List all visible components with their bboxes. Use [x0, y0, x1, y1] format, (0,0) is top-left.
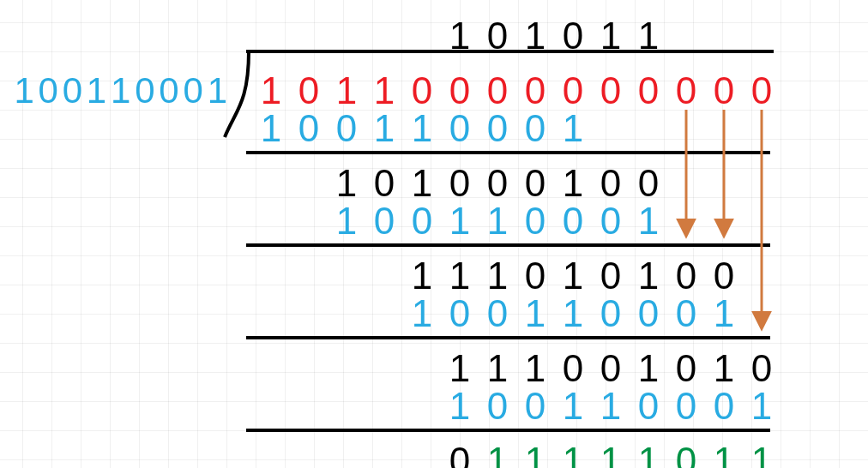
- subtraction-bar: [246, 151, 770, 154]
- divisor-sub-digit: 0: [441, 295, 479, 333]
- divisor-digit: 0: [60, 72, 84, 110]
- divisor-sub-digit: 1: [554, 295, 592, 333]
- divisor-sub-digit: 1: [252, 110, 290, 147]
- remainder-digit: 1: [554, 442, 592, 468]
- subtraction-bar: [246, 429, 770, 432]
- divisor-digit: 0: [181, 72, 205, 110]
- divisor-sub-digit: 1: [403, 110, 441, 147]
- dividend-digit: 0: [554, 72, 592, 110]
- intermediate-digit: 1: [630, 350, 667, 387]
- divisor-sub-digit: 0: [328, 110, 365, 147]
- divisor-sub-digit: 0: [667, 295, 705, 333]
- dividend-digit: 0: [592, 72, 630, 110]
- intermediate-digit: 0: [592, 257, 630, 295]
- divisor-sub-digit: 1: [592, 387, 630, 425]
- divisor-sub-digit: 1: [630, 202, 667, 240]
- intermediate-digit: 0: [667, 350, 705, 387]
- divisor-sub-digit: 0: [290, 110, 328, 147]
- divisor-sub-digit: 0: [479, 387, 516, 425]
- divisor-digit: 1: [109, 72, 133, 110]
- divisor-sub-digit: 0: [516, 387, 554, 425]
- dividend-digit: 0: [705, 72, 743, 110]
- divisor-sub-digit: 1: [743, 387, 781, 425]
- dividend-digit: 0: [630, 72, 667, 110]
- divisor-sub-digit: 0: [592, 202, 630, 240]
- intermediate-digit: 1: [516, 350, 554, 387]
- remainder-digit: 1: [743, 442, 781, 468]
- remainder-digit: 1: [592, 442, 630, 468]
- intermediate-digit: 1: [479, 350, 516, 387]
- dividend-digit: 0: [743, 72, 781, 110]
- divisor-digit: 0: [133, 72, 157, 110]
- intermediate-digit: 0: [479, 165, 516, 202]
- remainder-digit: 1: [516, 442, 554, 468]
- divisor-digit: 1: [205, 72, 229, 110]
- intermediate-digit: 0: [630, 165, 667, 202]
- divisor-sub-digit: 1: [441, 387, 479, 425]
- intermediate-digit: 1: [441, 350, 479, 387]
- divisor-sub-digit: 1: [441, 202, 479, 240]
- dividend-digit: 0: [403, 72, 441, 110]
- dividend-digit: 0: [290, 72, 328, 110]
- intermediate-digit: 0: [743, 350, 781, 387]
- divisor-sub-digit: 0: [479, 110, 516, 147]
- intermediate-digit: 0: [554, 350, 592, 387]
- remainder-digit: 1: [630, 442, 667, 468]
- subtraction-bar: [246, 243, 770, 247]
- remainder-digit: 1: [705, 442, 743, 468]
- divisor-sub-digit: 0: [705, 387, 743, 425]
- dividend-digit: 0: [516, 72, 554, 110]
- intermediate-digit: 1: [403, 165, 441, 202]
- remainder-digit: 1: [479, 442, 516, 468]
- dividend-digit: 0: [667, 72, 705, 110]
- divisor-digit: 1: [12, 72, 36, 110]
- divisor-sub-digit: 1: [516, 295, 554, 333]
- divisor-sub-digit: 0: [630, 295, 667, 333]
- remainder-digit: 0: [441, 442, 479, 468]
- intermediate-digit: 1: [705, 350, 743, 387]
- division-diagram: 1010111011000000000010011000110100010010…: [0, 0, 868, 468]
- divisor-digit: 0: [36, 72, 60, 110]
- intermediate-digit: 0: [441, 165, 479, 202]
- dividend-digit: 0: [479, 72, 516, 110]
- bracket-top-bar: [246, 50, 774, 53]
- intermediate-digit: 1: [630, 257, 667, 295]
- divisor-sub-digit: 0: [592, 295, 630, 333]
- divisor-digit: 1: [84, 72, 108, 110]
- intermediate-digit: 0: [365, 165, 403, 202]
- dividend-digit: 1: [252, 72, 290, 110]
- intermediate-digit: 1: [554, 257, 592, 295]
- divisor-sub-digit: 0: [441, 110, 479, 147]
- divisor-sub-digit: 1: [479, 202, 516, 240]
- intermediate-digit: 1: [328, 165, 365, 202]
- dividend-digit: 1: [365, 72, 403, 110]
- divisor-sub-digit: 1: [554, 110, 592, 147]
- divisor-sub-digit: 1: [705, 295, 743, 333]
- divisor-sub-digit: 0: [630, 387, 667, 425]
- divisor-sub-digit: 0: [554, 202, 592, 240]
- divisor-sub-digit: 0: [667, 387, 705, 425]
- divisor-sub-digit: 1: [328, 202, 365, 240]
- remainder-digit: 0: [667, 442, 705, 468]
- dividend-digit: 0: [441, 72, 479, 110]
- divisor-sub-digit: 0: [479, 295, 516, 333]
- intermediate-digit: 1: [403, 257, 441, 295]
- divisor-digit: 0: [157, 72, 181, 110]
- divisor-sub-digit: 1: [403, 295, 441, 333]
- intermediate-digit: 1: [441, 257, 479, 295]
- intermediate-digit: 0: [516, 257, 554, 295]
- intermediate-digit: 0: [667, 257, 705, 295]
- divisor-sub-digit: 1: [365, 110, 403, 147]
- divisor-sub-digit: 0: [403, 202, 441, 240]
- intermediate-digit: 0: [516, 165, 554, 202]
- subtraction-bar: [246, 336, 770, 339]
- intermediate-digit: 0: [705, 257, 743, 295]
- dividend-digit: 1: [328, 72, 365, 110]
- divisor-sub-digit: 0: [516, 202, 554, 240]
- divisor-sub-digit: 0: [516, 110, 554, 147]
- divisor-sub-digit: 0: [365, 202, 403, 240]
- intermediate-digit: 1: [479, 257, 516, 295]
- intermediate-digit: 0: [592, 165, 630, 202]
- divisor-sub-digit: 1: [554, 387, 592, 425]
- intermediate-digit: 1: [554, 165, 592, 202]
